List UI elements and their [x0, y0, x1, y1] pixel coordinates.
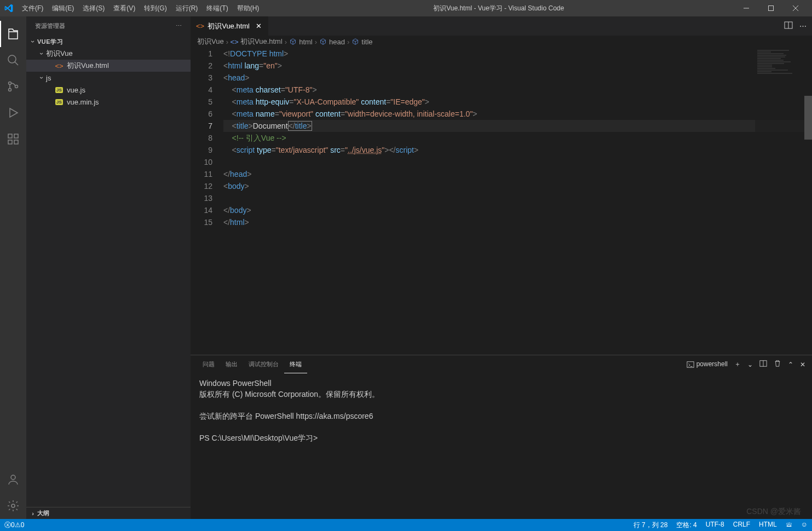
account-icon[interactable] [0, 466, 26, 493]
file-item[interactable]: JSvue.min.js [26, 96, 191, 108]
editor-tabs: <> 初识Vue.html ✕ ⋯ [191, 16, 812, 36]
file-item[interactable]: <>初识Vue.html [26, 60, 191, 72]
breadcrumb-item[interactable]: head [319, 38, 345, 46]
sidebar-header: 资源管理器 ⋯ [26, 16, 191, 36]
menu-item[interactable]: 编辑(E) [48, 4, 78, 13]
window-title: 初识Vue.html - Vue学习 - Visual Studio Code [263, 4, 734, 13]
scrollbar-vertical[interactable] [804, 48, 812, 355]
js-file-icon: JS [55, 85, 64, 94]
encoding[interactable]: UTF-8 [701, 521, 729, 528]
maximize-button[interactable] [758, 0, 783, 16]
element-icon [319, 38, 327, 45]
run-debug-icon[interactable] [0, 100, 26, 126]
folder-item[interactable]: ›js [26, 72, 191, 84]
element-icon [289, 38, 297, 45]
code-editor[interactable]: 123456789101112131415 <!DOCTYPE html><ht… [191, 48, 812, 355]
svg-rect-7 [14, 140, 18, 144]
split-terminal-icon[interactable] [759, 360, 767, 369]
breadcrumb-item[interactable]: html [289, 38, 313, 46]
breadcrumb-item[interactable]: 初识Vue [197, 37, 224, 47]
svg-point-9 [11, 475, 15, 480]
window-controls [734, 0, 808, 16]
svg-point-2 [9, 82, 11, 85]
more-actions-icon[interactable]: ⋯ [799, 22, 807, 30]
breadcrumbs: 初识Vue›<>初识Vue.html›html›head›title [191, 36, 812, 48]
outline-section[interactable]: › 大纲 [26, 507, 191, 519]
chevron-down-icon: › [28, 37, 37, 46]
html-file-icon: <> [196, 22, 204, 30]
errors-count[interactable]: ⓧ 0 ⚠ 0 [0, 519, 28, 531]
menu-bar: 文件(F)编辑(E)选择(S)查看(V)转到(G)运行(R)终端(T)帮助(H) [18, 4, 263, 13]
file-item[interactable]: JSvue.js [26, 84, 191, 96]
svg-point-4 [15, 85, 18, 88]
scrollbar-thumb[interactable] [804, 96, 812, 140]
root-folder[interactable]: › VUE学习 [26, 36, 191, 48]
menu-item[interactable]: 终端(T) [202, 4, 232, 13]
panel-tab[interactable]: 终端 [284, 355, 307, 373]
extensions-icon[interactable] [0, 126, 26, 152]
breadcrumb-item[interactable]: title [352, 38, 372, 46]
bottom-panel: 问题输出调试控制台终端 powershell ＋ ⌄ ⌃ ✕ Windows P… [191, 355, 812, 519]
tab-label: 初识Vue.html [208, 21, 250, 31]
sidebar: 资源管理器 ⋯ › VUE学习 ›初识Vue<>初识Vue.html›jsJSv… [26, 16, 191, 519]
file-tree: › VUE学习 ›初识Vue<>初识Vue.html›jsJSvue.jsJSv… [26, 36, 191, 507]
panel-tab[interactable]: 输出 [220, 355, 243, 373]
menu-item[interactable]: 文件(F) [18, 4, 48, 13]
status-bar: ⓧ 0 ⚠ 0 行 7，列 28 空格: 4 UTF-8 CRLF HTML 🛎… [0, 519, 812, 531]
panel-tabs: 问题输出调试控制台终端 powershell ＋ ⌄ ⌃ ✕ [191, 355, 812, 373]
chevron-down-icon: › [37, 73, 46, 82]
notifications-icon[interactable]: ☺ [797, 521, 812, 528]
svg-point-10 [11, 504, 15, 507]
terminal-output[interactable]: Windows PowerShell版权所有 (C) Microsoft Cor… [191, 373, 812, 519]
html-file-icon: <> [231, 38, 238, 45]
menu-item[interactable]: 选择(S) [78, 4, 109, 13]
line-numbers: 123456789101112131415 [191, 48, 223, 355]
panel-tab[interactable]: 问题 [197, 355, 220, 373]
folder-item[interactable]: ›初识Vue [26, 48, 191, 60]
kill-terminal-icon[interactable] [774, 360, 781, 369]
svg-rect-0 [768, 6, 773, 11]
new-terminal-icon[interactable]: ＋ [734, 360, 741, 369]
chevron-right-icon: › [28, 509, 37, 518]
close-button[interactable] [783, 0, 808, 16]
terminal-dropdown-icon[interactable]: ⌄ [747, 361, 753, 368]
indentation[interactable]: 空格: 4 [672, 521, 701, 530]
svg-point-3 [9, 89, 11, 91]
tab-active[interactable]: <> 初识Vue.html ✕ [191, 16, 269, 36]
menu-item[interactable]: 运行(R) [171, 4, 203, 13]
editor-area: <> 初识Vue.html ✕ ⋯ 初识Vue›<>初识Vue.html›htm… [191, 16, 812, 519]
vscode-logo-icon [4, 4, 13, 13]
minimize-button[interactable] [734, 0, 758, 16]
source-control-icon[interactable] [0, 73, 26, 100]
settings-gear-icon[interactable] [0, 493, 26, 519]
panel-tab[interactable]: 调试控制台 [243, 355, 284, 373]
sidebar-title: 资源管理器 [35, 22, 65, 30]
menu-item[interactable]: 转到(G) [140, 4, 171, 13]
titlebar: 文件(F)编辑(E)选择(S)查看(V)转到(G)运行(R)终端(T)帮助(H)… [0, 0, 812, 16]
split-editor-icon[interactable] [784, 21, 793, 31]
search-icon[interactable] [0, 47, 26, 73]
chevron-down-icon: › [37, 49, 46, 58]
feedback-icon[interactable]: 🛎 [781, 521, 797, 528]
svg-point-1 [8, 55, 16, 63]
cursor-position[interactable]: 行 7，列 28 [629, 521, 672, 530]
breadcrumb-item[interactable]: <>初识Vue.html [231, 37, 283, 47]
eol[interactable]: CRLF [729, 521, 755, 528]
maximize-panel-icon[interactable]: ⌃ [788, 361, 793, 368]
explorer-icon[interactable] [0, 21, 26, 47]
svg-rect-6 [8, 140, 12, 144]
language-mode[interactable]: HTML [755, 521, 781, 528]
menu-item[interactable]: 帮助(H) [233, 4, 264, 13]
activity-bar [0, 16, 26, 519]
svg-rect-8 [14, 134, 18, 138]
html-file-icon: <> [55, 61, 64, 70]
element-icon [352, 38, 359, 45]
code-content[interactable]: <!DOCTYPE html><html lang="en"><head> <m… [223, 48, 812, 355]
close-panel-icon[interactable]: ✕ [800, 361, 805, 368]
minimap[interactable] [755, 48, 804, 355]
sidebar-more-icon[interactable]: ⋯ [176, 22, 182, 30]
terminal-selector[interactable]: powershell [687, 360, 728, 368]
menu-item[interactable]: 查看(V) [109, 4, 140, 13]
js-file-icon: JS [55, 97, 64, 106]
close-tab-icon[interactable]: ✕ [254, 22, 263, 31]
